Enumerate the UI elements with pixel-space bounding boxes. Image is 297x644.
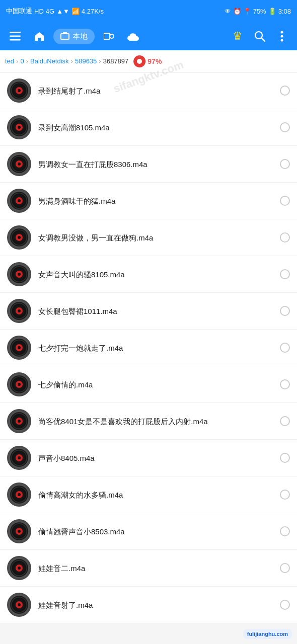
svg-point-11 bbox=[281, 39, 283, 42]
bottom-badge: fulijianghu.com bbox=[243, 629, 292, 639]
breadcrumb-item[interactable]: 0 bbox=[20, 57, 24, 65]
file-select-radio[interactable] bbox=[280, 600, 290, 610]
file-select-radio[interactable] bbox=[280, 86, 290, 96]
file-icon bbox=[7, 225, 31, 250]
list-item[interactable]: 男调教女一直在打屁股8306.m4a bbox=[0, 146, 297, 183]
file-select-radio[interactable] bbox=[280, 416, 290, 426]
file-icon bbox=[7, 372, 31, 396]
file-select-radio[interactable] bbox=[280, 122, 290, 132]
file-icon bbox=[7, 78, 31, 103]
local-button[interactable]: 本地 bbox=[53, 29, 95, 44]
file-name-label: 男满身酒味干的猛.m4a bbox=[38, 196, 275, 206]
list-item[interactable]: 娃娃音二.m4a bbox=[0, 550, 297, 587]
svg-rect-4 bbox=[63, 32, 67, 34]
file-name-label: 男调教女一直在打屁股8306.m4a bbox=[38, 159, 275, 170]
list-item[interactable]: 七夕偷情的.m4a bbox=[0, 366, 297, 403]
storage-indicator: 97% bbox=[132, 54, 162, 68]
svg-point-13 bbox=[137, 59, 142, 64]
file-name-label: 录到女高潮8105.m4a bbox=[38, 122, 275, 133]
file-icon bbox=[7, 446, 31, 470]
file-select-radio[interactable] bbox=[280, 232, 290, 243]
file-icon bbox=[7, 299, 31, 323]
file-select-radio[interactable] bbox=[280, 563, 290, 573]
status-bar: 中国联通 HD 4G ▲▼ 📶 4.27K/s 👁 ⏰ 📍 75% 🔋 3:08 bbox=[0, 0, 297, 22]
list-item[interactable]: 声音小8405.m4a bbox=[0, 440, 297, 476]
svg-line-8 bbox=[262, 38, 265, 42]
battery-icon: 🔋 bbox=[268, 8, 276, 15]
file-name-label: 偷情高潮女的水多骚.m4a bbox=[38, 490, 275, 500]
file-list: 录到结尾射了.m4a录到女高潮8105.m4a男调教女一直在打屁股8306.m4… bbox=[0, 72, 297, 623]
location-icon: 📍 bbox=[243, 8, 251, 15]
file-name-label: 声音小8405.m4a bbox=[38, 453, 275, 463]
file-select-radio[interactable] bbox=[280, 490, 290, 500]
file-name-label: 尚客优8401女是不是喜欢我的打屁股后入内射.m4a bbox=[38, 416, 275, 427]
alarm-icon: ⏰ bbox=[233, 8, 241, 15]
storage-pie-chart bbox=[132, 54, 146, 68]
file-name-label: 女声音大叫的骚8105.m4a bbox=[38, 269, 275, 280]
file-name-label: 娃娃音二.m4a bbox=[38, 563, 275, 574]
list-item[interactable]: 录到女高潮8105.m4a bbox=[0, 109, 297, 146]
list-item[interactable]: 尚客优8401女是不是喜欢我的打屁股后入内射.m4a bbox=[0, 403, 297, 440]
eye-icon: 👁 bbox=[225, 8, 231, 15]
file-select-radio[interactable] bbox=[280, 196, 290, 206]
svg-rect-0 bbox=[10, 32, 21, 33]
file-icon bbox=[7, 262, 31, 286]
file-name-label: 女长腿包臀裙1011.m4a bbox=[38, 306, 275, 316]
svg-rect-3 bbox=[61, 34, 69, 39]
svg-rect-1 bbox=[10, 36, 21, 37]
list-item[interactable]: 娃娃音射了.m4a bbox=[0, 587, 297, 623]
breadcrumb: ted › 0 › BaiduNetdisk › 589635 › 368789… bbox=[0, 50, 297, 72]
more-button[interactable] bbox=[272, 26, 292, 46]
file-select-radio[interactable] bbox=[280, 453, 290, 463]
cloud-icon[interactable] bbox=[123, 26, 143, 46]
storage-percentage: 97% bbox=[147, 57, 162, 65]
svg-rect-5 bbox=[104, 33, 110, 39]
file-name-label: 七夕打完一炮就走了.m4a bbox=[38, 343, 275, 353]
file-icon bbox=[7, 409, 31, 433]
breadcrumb-item[interactable]: 589635 bbox=[75, 57, 97, 65]
file-icon bbox=[7, 336, 31, 360]
file-name-label: 娃娃音射了.m4a bbox=[38, 600, 275, 610]
breadcrumb-current: 3687897 bbox=[103, 57, 129, 65]
crown-icon[interactable]: ♛ bbox=[228, 26, 248, 46]
file-name-label: 录到结尾射了.m4a bbox=[38, 86, 275, 96]
nav-extra-icon[interactable] bbox=[99, 26, 119, 46]
svg-point-10 bbox=[281, 35, 283, 38]
nav-bar: 本地 ♛ bbox=[0, 22, 297, 50]
file-select-radio[interactable] bbox=[280, 343, 290, 353]
file-icon bbox=[7, 482, 31, 507]
file-icon bbox=[7, 593, 31, 617]
status-indicators: 👁 ⏰ 📍 75% 🔋 3:08 bbox=[225, 8, 291, 15]
svg-rect-2 bbox=[10, 39, 21, 41]
list-item[interactable]: 偷情翘臀声音小8503.m4a bbox=[0, 513, 297, 550]
file-select-radio[interactable] bbox=[280, 159, 290, 169]
list-item[interactable]: 男满身酒味干的猛.m4a bbox=[0, 183, 297, 219]
list-item[interactable]: 七夕打完一炮就走了.m4a bbox=[0, 330, 297, 366]
breadcrumb-item[interactable]: ted bbox=[5, 57, 14, 65]
file-select-radio[interactable] bbox=[280, 379, 290, 389]
file-icon bbox=[7, 519, 31, 543]
menu-button[interactable] bbox=[5, 26, 25, 46]
file-icon bbox=[7, 189, 31, 213]
file-select-radio[interactable] bbox=[280, 526, 290, 536]
svg-point-9 bbox=[281, 31, 283, 34]
svg-point-6 bbox=[110, 34, 114, 38]
list-item[interactable]: 录到结尾射了.m4a bbox=[0, 72, 297, 109]
status-carrier: 中国联通 HD 4G ▲▼ 📶 4.27K/s bbox=[6, 7, 104, 16]
list-item[interactable]: 偷情高潮女的水多骚.m4a bbox=[0, 476, 297, 513]
file-name-label: 七夕偷情的.m4a bbox=[38, 379, 275, 390]
file-select-radio[interactable] bbox=[280, 269, 290, 279]
file-name-label: 女调教男没做，男一直在做狗.m4a bbox=[38, 232, 275, 243]
list-item[interactable]: 女调教男没做，男一直在做狗.m4a bbox=[0, 219, 297, 256]
list-item[interactable]: 女声音大叫的骚8105.m4a bbox=[0, 256, 297, 293]
home-button[interactable] bbox=[29, 26, 49, 46]
file-icon bbox=[7, 556, 31, 580]
search-button[interactable] bbox=[250, 26, 270, 46]
list-item[interactable]: 女长腿包臀裙1011.m4a bbox=[0, 293, 297, 330]
breadcrumb-item[interactable]: BaiduNetdisk bbox=[30, 57, 69, 65]
file-icon bbox=[7, 115, 31, 139]
file-select-radio[interactable] bbox=[280, 306, 290, 316]
file-name-label: 偷情翘臀声音小8503.m4a bbox=[38, 526, 275, 537]
file-icon bbox=[7, 152, 31, 176]
